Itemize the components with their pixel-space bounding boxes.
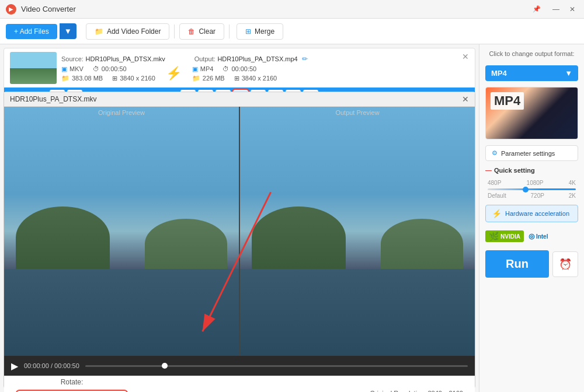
quality-1080p-label: 1080P — [527, 180, 544, 186]
window-controls: 📌 — ✕ — [533, 4, 578, 15]
resolution-info: Original Resolution: 3840 x 2160 Output … — [370, 388, 463, 392]
input-format: MKV — [69, 65, 84, 72]
alarm-button[interactable]: ⏰ — [552, 251, 578, 277]
output-resolution-icon: ⊞ — [234, 75, 239, 82]
folder-icon-2: 📁 — [61, 75, 69, 82]
output-info: Output: HDR10Plus_PA_DTSX.mp4 ✏ — [194, 54, 308, 63]
quick-setting-text: Quick setting — [494, 167, 535, 174]
preview-controls: ▶ 00:00:00 / 00:00:50 — [4, 356, 475, 376]
app-title: Video Converter — [21, 5, 533, 13]
edit-output-icon[interactable]: ✏ — [302, 55, 308, 63]
preview-title: HDR10Plus_PA_DTSX.mkv — [10, 95, 462, 103]
param-settings-button[interactable]: ⚙ Parameter settings — [485, 145, 578, 161]
toolbar-divider-2 — [229, 24, 230, 38]
island-right — [145, 219, 227, 268]
rotate-section: Rotate: ↺ 90 ↻ 90 — [4, 376, 475, 392]
clear-button[interactable]: 🗑 Clear — [179, 23, 224, 40]
intel-icon: ◎ — [529, 232, 534, 240]
title-bar: ▶ Video Converter 📌 — ✕ — [0, 0, 584, 19]
output-size-row: 📁 226 MB ⊞ 3840 x 2160 — [192, 75, 277, 82]
output-duration: 00:00:50 — [231, 65, 256, 72]
quality-4k-label: 4K — [569, 180, 576, 186]
output-format-row: ▣ MP4 ⏱ 00:00:50 — [192, 65, 277, 73]
merge-button[interactable]: ⊞ Merge — [237, 23, 283, 40]
run-button[interactable]: Run — [485, 250, 549, 278]
progress-thumb — [162, 363, 168, 369]
water — [4, 269, 239, 356]
minimize-button[interactable]: — — [550, 4, 562, 15]
mp4-label: MP4 — [491, 92, 524, 110]
format-icon: ▣ — [61, 65, 67, 73]
add-files-dropdown[interactable]: ▼ — [60, 23, 77, 39]
preview-close-button[interactable]: ✕ — [462, 94, 469, 104]
island-left — [16, 206, 110, 269]
param-settings-label: Parameter settings — [501, 150, 555, 157]
folder-icon: 📁 — [95, 27, 103, 36]
file-entry-header: Source: HDR10Plus_PA_DTSX.mkv Output: HD… — [4, 48, 475, 88]
pin-icon: 📌 — [533, 5, 541, 13]
format-selector[interactable]: MP4 ▼ — [485, 65, 578, 81]
input-duration-icon: ⏱ — [93, 65, 99, 72]
quality-labels-bottom: Default 720P 2K — [488, 192, 576, 199]
quality-slider-track[interactable] — [488, 188, 576, 190]
add-files-button[interactable]: + Add Files — [6, 24, 57, 39]
preview-titlebar: HDR10Plus_PA_DTSX.mkv ✕ — [4, 92, 475, 107]
output-format-icon: ▣ — [192, 65, 198, 73]
lightning-icon: ⚡ — [161, 66, 186, 81]
format-preview: MP4 — [485, 87, 578, 139]
output-filename: HDR10Plus_PA_DTSX.mp4 — [217, 55, 297, 62]
main-toolbar: + Add Files ▼ 📁 Add Video Folder 🗑 Clear… — [0, 19, 584, 44]
progress-bar[interactable] — [85, 365, 468, 367]
time-current: 00:00:00 — [24, 362, 49, 369]
nvidia-label: NVIDIA — [500, 233, 520, 240]
quick-setting-icon: — — [485, 167, 492, 174]
param-settings-icon: ⚙ — [492, 149, 498, 157]
format-title: Click to change output format: — [485, 50, 578, 57]
hw-accel-toggle[interactable]: ⚡ Hardware acceleration — [485, 205, 578, 222]
input-details: ▣ MKV ⏱ 00:00:50 📁 383.08 MB ⊞ 3840 x 21… — [61, 65, 155, 82]
alarm-icon: ⏰ — [559, 258, 572, 271]
output-preview-pane: Output Preview — [240, 107, 475, 356]
format-value: MP4 — [491, 69, 507, 78]
output-duration-icon: ⏱ — [223, 65, 229, 72]
file-info: Source: HDR10Plus_PA_DTSX.mkv Output: HD… — [61, 54, 457, 82]
file-thumbnail — [10, 52, 57, 84]
format-dropdown-icon: ▼ — [565, 69, 572, 78]
file-close-button[interactable]: ✕ — [462, 52, 469, 61]
file-details-row: ▣ MKV ⏱ 00:00:50 📁 383.08 MB ⊞ 3840 x 21… — [61, 65, 457, 82]
island-left-2 — [252, 206, 346, 269]
original-resolution-value: 3840 x 2160 — [427, 390, 463, 392]
mp4-preview-image: MP4 — [486, 88, 578, 139]
output-size: 226 MB — [203, 75, 225, 82]
island-right-2 — [381, 219, 463, 268]
water-2 — [240, 269, 475, 356]
original-resolution-row: Original Resolution: 3840 x 2160 — [370, 388, 463, 392]
nvidia-logos: 🌿 NVIDIA ◎ Intel — [485, 228, 578, 244]
original-preview-label: Original Preview — [98, 109, 145, 116]
input-format-row: ▣ MKV ⏱ 00:00:50 — [61, 65, 155, 73]
add-folder-button[interactable]: 📁 Add Video Folder — [86, 23, 170, 40]
left-panel: Source: HDR10Plus_PA_DTSX.mkv Output: HD… — [0, 44, 479, 392]
output-folder-icon: 📁 — [192, 75, 200, 82]
play-button[interactable]: ▶ — [11, 360, 18, 372]
quality-labels-top: 480P 1080P 4K — [488, 180, 576, 186]
merge-label: Merge — [255, 27, 274, 36]
add-folder-label: Add Video Folder — [107, 27, 161, 36]
app-icon: ▶ — [6, 4, 16, 15]
merge-icon: ⊞ — [245, 27, 251, 36]
original-resolution-label: Original Resolution: — [370, 390, 426, 392]
intel-label: Intel — [536, 233, 548, 240]
quality-slider-thumb — [523, 187, 529, 192]
source-info: Source: HDR10Plus_PA_DTSX.mkv — [61, 54, 165, 63]
rotate-label: Rotate: — [61, 378, 84, 386]
source-filename: HDR10Plus_PA_DTSX.mkv — [86, 55, 165, 62]
time-display: 00:00:00 / 00:00:50 — [24, 362, 79, 369]
preview-content: Original Preview Output Preview — [4, 107, 475, 356]
close-button[interactable]: ✕ — [566, 4, 578, 15]
input-duration: 00:00:50 — [102, 65, 127, 72]
input-size-row: 📁 383.08 MB ⊞ 3840 x 2160 — [61, 75, 155, 82]
hw-accel-icon: ⚡ — [492, 209, 502, 218]
output-resolution: 3840 x 2160 — [242, 75, 277, 82]
original-video — [4, 107, 239, 356]
source-output-row: Source: HDR10Plus_PA_DTSX.mkv Output: HD… — [61, 54, 457, 63]
